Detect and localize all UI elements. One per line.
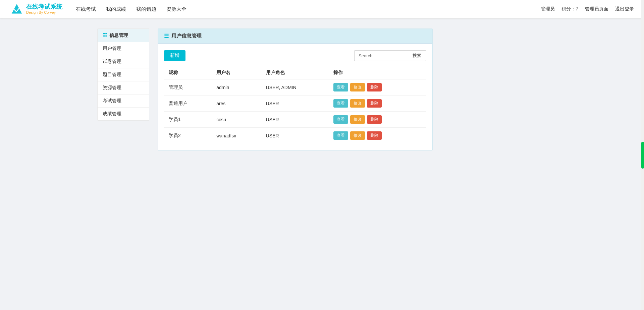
view-button[interactable]: 查看 bbox=[333, 99, 348, 108]
cell-role: USER, ADMIN bbox=[261, 79, 329, 96]
cell-nickname: 管理员 bbox=[164, 79, 212, 96]
sidebar-header-label: 信息管理 bbox=[109, 33, 128, 39]
edit-button[interactable]: 修改 bbox=[350, 131, 365, 140]
nav-admin-link[interactable]: 管理员页面 bbox=[585, 6, 608, 12]
cell-username: ares bbox=[212, 96, 261, 112]
edit-button[interactable]: 修改 bbox=[350, 115, 365, 124]
main-container: ☷ 信息管理 用户管理 试卷管理 题目管理 资源管理 考试管理 成绩管理 ☰ 用… bbox=[0, 18, 644, 310]
cell-nickname: 学员1 bbox=[164, 112, 212, 128]
content-card: ☰ 用户信息管理 新增 搜索 昵称 用户名 bbox=[158, 28, 433, 150]
nav-user-label: 管理员 bbox=[541, 6, 555, 12]
delete-button[interactable]: 删除 bbox=[367, 131, 382, 140]
logo-icon bbox=[10, 2, 23, 16]
table-row: 普通用户 ares USER 查看 修改 删除 bbox=[164, 96, 426, 112]
col-nickname: 昵称 bbox=[164, 66, 212, 79]
user-table: 昵称 用户名 用户角色 操作 管理员 admin USER, ADMIN 查看 … bbox=[164, 66, 426, 143]
nav-link-exam[interactable]: 在线考试 bbox=[76, 6, 96, 12]
sidebar-item-paper[interactable]: 试卷管理 bbox=[98, 55, 149, 68]
navbar: 在线考试系统 Design By Corvey 在线考试 我的成绩 我的错题 资… bbox=[0, 0, 644, 18]
logo-main-text: 在线考试系统 bbox=[26, 3, 62, 11]
scrollbar[interactable] bbox=[641, 0, 644, 310]
delete-button[interactable]: 删除 bbox=[367, 83, 382, 91]
sidebar: ☷ 信息管理 用户管理 试卷管理 题目管理 资源管理 考试管理 成绩管理 bbox=[97, 28, 149, 121]
cell-actions: 查看 修改 删除 bbox=[329, 79, 426, 96]
cell-actions: 查看 修改 删除 bbox=[329, 96, 426, 112]
sidebar-item-resource[interactable]: 资源管理 bbox=[98, 81, 149, 95]
cell-nickname: 普通用户 bbox=[164, 96, 212, 112]
edit-button[interactable]: 修改 bbox=[350, 83, 365, 91]
sidebar-header: ☷ 信息管理 bbox=[98, 29, 149, 42]
sidebar-item-grade[interactable]: 成绩管理 bbox=[98, 108, 149, 120]
nav-link-resources[interactable]: 资源大全 bbox=[166, 6, 186, 12]
sidebar-item-user[interactable]: 用户管理 bbox=[98, 42, 149, 55]
toolbar: 新增 搜索 bbox=[164, 50, 426, 61]
search-input[interactable] bbox=[354, 50, 408, 61]
col-role: 用户角色 bbox=[261, 66, 329, 79]
col-action: 操作 bbox=[329, 66, 426, 79]
content-title: 用户信息管理 bbox=[171, 33, 202, 39]
scrollbar-thumb[interactable] bbox=[641, 142, 644, 169]
search-area: 搜索 bbox=[354, 50, 426, 61]
cell-username: ccsu bbox=[212, 112, 261, 128]
view-button[interactable]: 查看 bbox=[333, 83, 348, 91]
nav-link-mistakes[interactable]: 我的错题 bbox=[136, 6, 156, 12]
view-button[interactable]: 查看 bbox=[333, 115, 348, 124]
nav-right: 管理员 积分：7 管理员页面 退出登录 bbox=[541, 6, 634, 12]
nav-logout-link[interactable]: 退出登录 bbox=[615, 6, 634, 12]
sidebar-item-exam[interactable]: 考试管理 bbox=[98, 95, 149, 108]
delete-button[interactable]: 删除 bbox=[367, 99, 382, 108]
col-username: 用户名 bbox=[212, 66, 261, 79]
cell-role: USER bbox=[261, 112, 329, 128]
logo-area: 在线考试系统 Design By Corvey bbox=[10, 2, 62, 16]
cell-actions: 查看 修改 删除 bbox=[329, 128, 426, 144]
view-button[interactable]: 查看 bbox=[333, 131, 348, 140]
logo-text: 在线考试系统 Design By Corvey bbox=[26, 3, 62, 15]
table-row: 学员2 wanadfsx USER 查看 修改 删除 bbox=[164, 128, 426, 144]
cell-role: USER bbox=[261, 128, 329, 144]
edit-button[interactable]: 修改 bbox=[350, 99, 365, 108]
content-body: 新增 搜索 昵称 用户名 用户角色 操作 bbox=[158, 44, 432, 150]
table-row: 学员1 ccsu USER 查看 修改 删除 bbox=[164, 112, 426, 128]
action-btns: 查看 修改 删除 bbox=[333, 115, 422, 124]
sidebar-item-question[interactable]: 题目管理 bbox=[98, 68, 149, 81]
info-management-icon: ☷ bbox=[103, 32, 107, 39]
action-btns: 查看 修改 删除 bbox=[333, 83, 422, 91]
search-button[interactable]: 搜索 bbox=[408, 50, 426, 61]
nav-link-score[interactable]: 我的成绩 bbox=[106, 6, 126, 12]
cell-username: admin bbox=[212, 79, 261, 96]
cell-actions: 查看 修改 删除 bbox=[329, 112, 426, 128]
content-area: ☰ 用户信息管理 新增 搜索 昵称 用户名 bbox=[158, 28, 433, 300]
cell-nickname: 学员2 bbox=[164, 128, 212, 144]
svg-marker-0 bbox=[11, 4, 22, 14]
cell-role: USER bbox=[261, 96, 329, 112]
add-button[interactable]: 新增 bbox=[164, 50, 185, 61]
nav-links: 在线考试 我的成绩 我的错题 资源大全 bbox=[76, 6, 541, 12]
action-btns: 查看 修改 删除 bbox=[333, 99, 422, 108]
content-header-icon: ☰ bbox=[164, 33, 169, 39]
table-row: 管理员 admin USER, ADMIN 查看 修改 删除 bbox=[164, 79, 426, 96]
nav-score-label: 积分：7 bbox=[561, 6, 578, 12]
logo-sub-text: Design By Corvey bbox=[26, 10, 62, 15]
action-btns: 查看 修改 删除 bbox=[333, 131, 422, 140]
delete-button[interactable]: 删除 bbox=[367, 115, 382, 124]
cell-username: wanadfsx bbox=[212, 128, 261, 144]
content-header: ☰ 用户信息管理 bbox=[158, 29, 432, 44]
